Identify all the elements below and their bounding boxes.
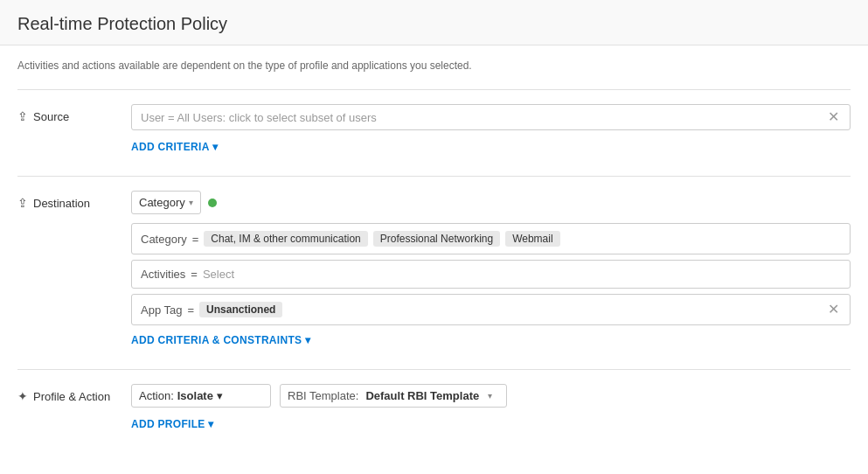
rbi-value: Default RBI Template bbox=[365, 389, 479, 402]
rbi-label: RBI Template: bbox=[288, 389, 358, 402]
source-body: User = All Users: click to select subset… bbox=[131, 104, 851, 155]
source-section: ⇪ Source User = All Users: click to sele… bbox=[17, 104, 851, 155]
tag-professional-networking[interactable]: Professional Networking bbox=[373, 231, 500, 247]
add-profile-button[interactable]: ADD PROFILE ▾ bbox=[131, 416, 214, 432]
destination-category-row: Category = Chat, IM & other communicatio… bbox=[131, 223, 851, 254]
action-label: Action: bbox=[139, 389, 174, 402]
destination-apptag-row: App Tag = Unsanctioned ✕ bbox=[131, 294, 851, 325]
category-criteria-label: Category bbox=[141, 233, 187, 246]
apptag-eq: = bbox=[187, 303, 194, 317]
destination-label: ⇪ Destination bbox=[17, 191, 131, 210]
page-title: Real-time Protection Policy bbox=[17, 14, 851, 34]
divider bbox=[17, 89, 851, 90]
page-header: Real-time Protection Policy bbox=[0, 0, 868, 45]
rbi-chevron-icon: ▾ bbox=[488, 391, 492, 401]
profile-action-icon: ✦ bbox=[17, 389, 28, 403]
source-input-text: User = All Users: click to select subset… bbox=[141, 111, 826, 124]
page-description: Activities and actions available are dep… bbox=[17, 59, 851, 72]
action-value: Isolate bbox=[177, 389, 213, 402]
activities-select-placeholder: Select bbox=[203, 268, 234, 281]
tag-webmail[interactable]: Webmail bbox=[505, 231, 559, 247]
activities-label: Activities bbox=[141, 268, 185, 281]
tag-unsanctioned[interactable]: Unsanctioned bbox=[199, 302, 282, 317]
destination-select-chevron: ▾ bbox=[189, 198, 193, 207]
source-add-criteria-button[interactable]: ADD CRITERIA ▾ bbox=[131, 139, 218, 155]
divider3 bbox=[17, 369, 851, 370]
destination-body: Category ▾ Category = Chat, IM & other c… bbox=[131, 191, 851, 348]
destination-select-value: Category bbox=[139, 196, 185, 209]
tag-chat-im[interactable]: Chat, IM & other communication bbox=[204, 231, 367, 247]
apptag-close-icon[interactable]: ✕ bbox=[826, 303, 841, 317]
destination-section: ⇪ Destination Category ▾ Category = Chat… bbox=[17, 191, 851, 348]
destination-category-select[interactable]: Category ▾ bbox=[131, 191, 201, 214]
source-icon: ⇪ bbox=[17, 109, 28, 123]
profile-action-section: ✦ Profile & Action Action: Isolate ▾ RBI… bbox=[17, 384, 851, 432]
destination-icon: ⇪ bbox=[17, 196, 28, 210]
source-label: ⇪ Source bbox=[17, 104, 131, 123]
category-criteria-eq: = bbox=[192, 233, 199, 246]
destination-add-criteria-button[interactable]: ADD CRITERIA & CONSTRAINTS ▾ bbox=[131, 332, 310, 348]
profile-action-label: ✦ Profile & Action bbox=[17, 384, 131, 403]
destination-apptag-inner: App Tag = Unsanctioned bbox=[141, 302, 282, 317]
activities-eq: = bbox=[191, 268, 198, 281]
apptag-label: App Tag bbox=[141, 303, 182, 317]
rbi-template-select[interactable]: RBI Template: Default RBI Template ▾ bbox=[280, 384, 507, 408]
destination-activities-row[interactable]: Activities = Select bbox=[131, 260, 851, 289]
source-input-row[interactable]: User = All Users: click to select subset… bbox=[131, 104, 851, 130]
profile-action-row: Action: Isolate ▾ RBI Template: Default … bbox=[131, 384, 851, 408]
action-select[interactable]: Action: Isolate ▾ bbox=[131, 384, 271, 408]
action-chevron-icon: ▾ bbox=[217, 389, 223, 402]
profile-action-body: Action: Isolate ▾ RBI Template: Default … bbox=[131, 384, 851, 432]
destination-green-dot bbox=[208, 199, 217, 207]
destination-select-row: Category ▾ bbox=[131, 191, 851, 214]
source-close-icon[interactable]: ✕ bbox=[826, 110, 841, 124]
divider2 bbox=[17, 176, 851, 177]
